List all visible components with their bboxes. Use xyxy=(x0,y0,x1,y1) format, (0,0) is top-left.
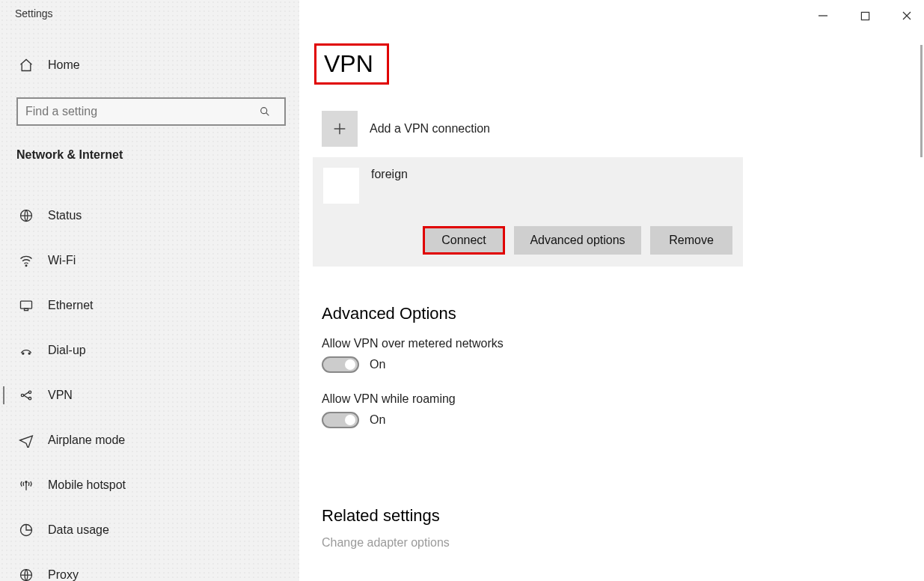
svg-point-10 xyxy=(28,398,31,400)
sidebar-item-status[interactable]: Status xyxy=(0,193,299,238)
vpn-connection-name: foreign xyxy=(371,168,408,181)
sidebar-item-hotspot[interactable]: Mobile hotspot xyxy=(0,463,299,508)
add-vpn-button[interactable]: Add a VPN connection xyxy=(322,111,490,147)
ethernet-icon xyxy=(18,297,34,314)
svg-rect-4 xyxy=(21,301,32,308)
option-roaming-label: Allow VPN while roaming xyxy=(322,392,504,406)
svg-line-12 xyxy=(24,395,29,398)
remove-button[interactable]: Remove xyxy=(650,226,732,255)
search-input[interactable] xyxy=(18,105,259,118)
sidebar-item-label: Status xyxy=(48,209,82,222)
sidebar-section-label: Network & Internet xyxy=(16,148,123,162)
home-icon xyxy=(18,57,34,73)
sidebar-item-wifi[interactable]: Wi-Fi xyxy=(0,238,299,283)
close-button[interactable] xyxy=(899,7,915,24)
wifi-icon xyxy=(18,252,34,269)
svg-line-11 xyxy=(24,392,29,395)
svg-point-14 xyxy=(25,481,27,483)
maximize-button[interactable] xyxy=(857,7,873,24)
sidebar-item-label: VPN xyxy=(48,389,73,402)
status-icon xyxy=(18,207,34,224)
svg-point-0 xyxy=(261,108,267,114)
sidebar-item-datausage[interactable]: Data usage xyxy=(0,508,299,553)
vpn-icon xyxy=(18,387,34,404)
vpn-connection-actions: Connect Advanced options Remove xyxy=(313,226,743,255)
vpn-connection-header[interactable]: foreign xyxy=(313,157,743,226)
vpn-connection-panel: foreign Connect Advanced options Remove xyxy=(313,157,743,267)
advanced-options-section: Advanced Options Allow VPN over metered … xyxy=(322,304,504,428)
app-title: Settings xyxy=(15,7,53,19)
svg-point-9 xyxy=(28,391,31,393)
sidebar-item-proxy[interactable]: Proxy xyxy=(0,553,299,581)
sidebar-nav: Status Wi-Fi Ethernet D xyxy=(0,193,299,581)
sidebar-item-ethernet[interactable]: Ethernet xyxy=(0,283,299,328)
option-roaming: Allow VPN while roaming On xyxy=(322,392,504,428)
svg-rect-5 xyxy=(25,308,28,311)
airplane-icon xyxy=(18,432,34,448)
nav-home[interactable]: Home xyxy=(18,57,80,73)
sidebar-item-label: Ethernet xyxy=(48,299,93,312)
dialup-icon xyxy=(18,342,34,359)
page-title: VPN xyxy=(324,50,373,77)
sidebar-item-label: Dial-up xyxy=(48,344,86,357)
nav-home-label: Home xyxy=(48,58,80,72)
toggle-roaming-state: On xyxy=(370,413,385,427)
related-settings-heading: Related settings xyxy=(322,506,450,526)
hotspot-icon xyxy=(18,477,34,493)
sidebar-item-vpn[interactable]: VPN xyxy=(0,373,299,418)
search-input-wrap[interactable] xyxy=(16,97,286,126)
add-vpn-label: Add a VPN connection xyxy=(370,122,490,136)
svg-line-1 xyxy=(266,113,269,116)
titlebar-controls xyxy=(815,7,915,24)
datausage-icon xyxy=(18,522,34,538)
sidebar-item-label: Airplane mode xyxy=(48,434,125,447)
toggle-roaming[interactable] xyxy=(322,412,359,428)
option-metered: Allow VPN over metered networks On xyxy=(322,337,504,373)
proxy-icon xyxy=(18,567,34,581)
plus-icon xyxy=(322,111,358,147)
sidebar-item-label: Mobile hotspot xyxy=(48,478,126,492)
scrollbar-thumb[interactable] xyxy=(920,45,923,157)
sidebar: Settings Home Network & Internet Status xyxy=(0,0,299,581)
search-icon xyxy=(259,106,284,118)
option-metered-label: Allow VPN over metered networks xyxy=(322,337,504,350)
sidebar-item-label: Proxy xyxy=(48,568,79,581)
svg-point-8 xyxy=(21,394,23,396)
toggle-metered[interactable] xyxy=(322,356,359,373)
sidebar-item-label: Wi-Fi xyxy=(48,254,76,267)
sidebar-item-dialup[interactable]: Dial-up xyxy=(0,328,299,373)
main-pane: VPN Add a VPN connection foreign Connect… xyxy=(299,0,924,581)
minimize-button[interactable] xyxy=(815,7,831,24)
link-change-adapter-options[interactable]: Change adapter options xyxy=(322,536,450,550)
svg-point-6 xyxy=(22,353,24,354)
sidebar-item-airplane[interactable]: Airplane mode xyxy=(0,418,299,463)
page-title-highlight: VPN xyxy=(314,43,389,85)
advanced-options-button[interactable]: Advanced options xyxy=(514,226,641,255)
svg-point-7 xyxy=(28,353,30,354)
related-settings-section: Related settings Change adapter options xyxy=(322,506,450,550)
advanced-options-heading: Advanced Options xyxy=(322,304,504,323)
svg-point-3 xyxy=(25,265,27,267)
toggle-metered-state: On xyxy=(370,358,385,371)
vpn-connection-icon xyxy=(323,168,359,204)
svg-rect-18 xyxy=(861,12,869,19)
sidebar-item-label: Data usage xyxy=(48,523,109,537)
connect-button[interactable]: Connect xyxy=(423,226,505,255)
